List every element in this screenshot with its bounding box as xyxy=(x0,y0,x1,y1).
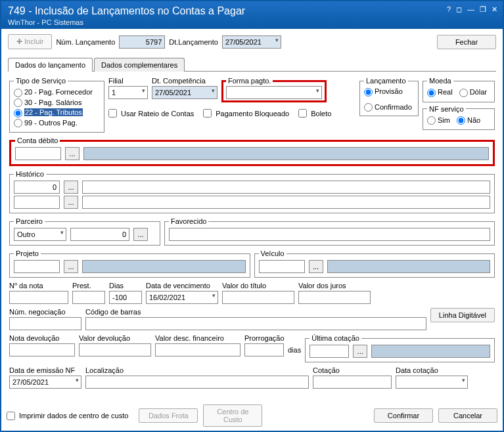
tool-icon[interactable]: ◻ xyxy=(456,5,462,14)
dias-input[interactable] xyxy=(109,291,142,304)
dias-label: Dias xyxy=(109,282,142,290)
help-icon[interactable]: ? xyxy=(447,5,451,14)
incluir-button[interactable]: ✚ Incluir xyxy=(8,34,52,49)
moeda-dolar[interactable]: Dólar xyxy=(459,87,487,98)
ult-cot-lookup-button[interactable]: ... xyxy=(353,345,367,358)
hist2-code[interactable] xyxy=(14,196,60,209)
tab-dados-complementares[interactable]: Dados complementares xyxy=(94,58,185,72)
dt-lanc-input[interactable] xyxy=(222,35,281,49)
centro-custo-button[interactable]: Centro de Custo xyxy=(203,404,262,427)
ndev-input[interactable] xyxy=(9,343,75,356)
hist2-text[interactable] xyxy=(82,196,490,209)
lanc-confirmado[interactable]: Confirmado xyxy=(364,103,414,112)
ult-cot-code[interactable] xyxy=(309,345,349,358)
data-cot-input[interactable] xyxy=(396,376,468,389)
close-icon[interactable]: ✕ xyxy=(492,5,497,14)
hist1-code[interactable] xyxy=(14,181,60,194)
ult-cotacao-fieldset: Última cotação ... xyxy=(305,334,495,362)
linha-digitavel-button[interactable]: Linha Digitável xyxy=(430,308,495,322)
rateio-check[interactable]: Usar Rateio de Contas xyxy=(108,109,194,118)
nf-nao[interactable]: Não xyxy=(457,116,480,126)
projeto-fieldset: Projeto ... xyxy=(9,249,250,278)
moeda-legend: Moeda xyxy=(427,77,453,85)
venc-input[interactable] xyxy=(146,291,218,304)
parceiro-fieldset: Parceiro ... xyxy=(9,217,160,246)
cotacao-input[interactable] xyxy=(313,376,392,389)
num-lanc-input[interactable] xyxy=(119,35,165,49)
lancamento-legend: Lançamento xyxy=(364,77,408,85)
vtitulo-input[interactable] xyxy=(222,291,294,304)
parceiro-legend: Parceiro xyxy=(14,217,45,225)
restore-icon[interactable]: ❐ xyxy=(480,5,486,14)
nf-legend: NF serviço xyxy=(427,105,466,113)
barras-label: Código de barras xyxy=(85,308,426,316)
lanc-provisao[interactable]: Provisão xyxy=(364,87,414,97)
nota-label: Nº da nota xyxy=(9,282,68,290)
venc-label: Data de vencimento xyxy=(146,282,218,290)
vdev-input[interactable] xyxy=(79,343,151,356)
projeto-lookup-button[interactable]: ... xyxy=(64,260,78,273)
favorecido-input[interactable] xyxy=(169,228,490,241)
parceiro-lookup-button[interactable]: ... xyxy=(133,228,148,241)
nota-input[interactable] xyxy=(9,291,68,304)
tipo-servico-30[interactable]: 30 - Pag. Salários xyxy=(14,98,100,108)
vdesc-input[interactable] xyxy=(155,343,241,356)
ult-cotacao-legend: Última cotação xyxy=(309,334,361,342)
favorecido-legend: Favorecido xyxy=(169,217,208,225)
lancamento-fieldset: Lançamento Provisão Confirmado xyxy=(359,77,419,116)
neg-input[interactable] xyxy=(9,317,81,330)
nf-fieldset: NF serviço Sim Não xyxy=(423,105,495,131)
neg-label: Núm. negociação xyxy=(9,308,81,316)
filial-input[interactable] xyxy=(108,86,148,99)
hist1-lookup-button[interactable]: ... xyxy=(64,181,78,194)
hist2-lookup-button[interactable]: ... xyxy=(64,196,78,209)
imprimir-check[interactable]: Imprimir dados de centro de custo xyxy=(7,412,128,420)
moeda-real[interactable]: Real xyxy=(427,87,453,98)
boleto-check[interactable]: Boleto xyxy=(298,109,331,118)
tipo-servico-legend: Tipo de Serviço xyxy=(14,77,68,85)
filial-label: Filial xyxy=(108,77,148,85)
minimize-icon[interactable]: — xyxy=(467,5,474,14)
prest-input[interactable] xyxy=(72,291,105,304)
titlebar: 749 - Inclusão de Lançamentos no Contas … xyxy=(1,1,503,29)
emissao-input[interactable] xyxy=(9,376,81,389)
parceiro-tipo[interactable] xyxy=(14,228,66,241)
projeto-code[interactable] xyxy=(14,260,60,273)
conta-debito-input[interactable] xyxy=(15,147,61,160)
conta-debito-lookup-button[interactable]: ... xyxy=(65,147,80,160)
ndev-label: Nota devolução xyxy=(9,334,75,342)
vjuros-input[interactable] xyxy=(298,291,371,304)
local-input[interactable] xyxy=(85,376,309,389)
veiculo-lookup-button[interactable]: ... xyxy=(309,260,323,273)
tipo-servico-22[interactable]: 22 - Pag. Tributos xyxy=(14,108,100,118)
vjuros-label: Valor dos juros xyxy=(298,282,371,290)
barras-input[interactable] xyxy=(85,317,426,330)
veiculo-fieldset: Veículo ... xyxy=(254,249,495,278)
dt-comp-input[interactable] xyxy=(152,86,218,99)
forma-pagto-input[interactable] xyxy=(226,86,322,99)
forma-pagto-label: Forma pagto. xyxy=(226,77,273,85)
vtitulo-label: Valor do título xyxy=(222,282,294,290)
bloqueado-check[interactable]: Pagamento Bloqueado xyxy=(203,109,289,118)
tipo-servico-fieldset: Tipo de Serviço 20 - Pag. Fornecedor 30 … xyxy=(9,77,104,133)
fechar-button[interactable]: Fechar xyxy=(437,35,496,49)
conta-debito-fieldset: Conta débito ... xyxy=(9,137,495,166)
vdev-label: Valor devolução xyxy=(79,334,151,342)
cancelar-button[interactable]: Cancelar xyxy=(438,408,497,423)
conta-debito-legend: Conta débito xyxy=(15,137,60,144)
hist1-text[interactable] xyxy=(82,181,490,194)
window-title: 749 - Inclusão de Lançamentos no Contas … xyxy=(8,5,496,17)
parceiro-code[interactable] xyxy=(70,228,129,241)
projeto-display xyxy=(82,260,246,273)
dados-frota-button[interactable]: Dados Frota xyxy=(139,408,198,423)
veiculo-code[interactable] xyxy=(259,260,305,273)
tipo-servico-20[interactable]: 20 - Pag. Fornecedor xyxy=(14,87,100,98)
nf-sim[interactable]: Sim xyxy=(427,116,450,126)
emissao-label: Data de emissão NF xyxy=(9,366,81,374)
tipo-servico-99[interactable]: 99 - Outros Pag. xyxy=(14,118,100,129)
prorr-input[interactable] xyxy=(244,343,284,356)
favorecido-fieldset: Favorecido xyxy=(164,217,495,246)
tab-dados-lancamento[interactable]: Dados do lançamento xyxy=(8,58,93,72)
confirmar-button[interactable]: Confirmar xyxy=(374,408,433,423)
prorr-label: Prorrogação xyxy=(244,334,301,342)
